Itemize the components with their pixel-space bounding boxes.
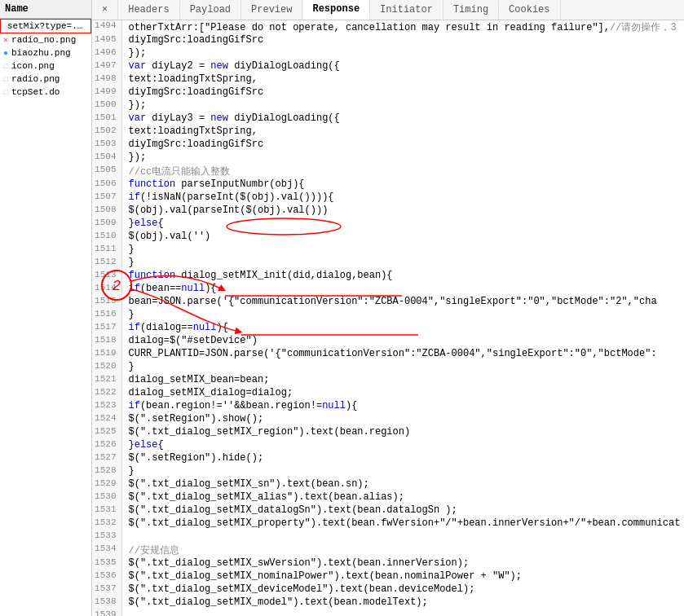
line-number: 1531 [92,504,121,517]
code-line: $(obj).val('') [121,231,684,244]
code-line: diyImgSrc:loadingGifSrc [121,139,684,152]
code-line: diyImgSrc:loadingGifSrc [121,86,684,99]
line-number: 1520 [92,361,121,374]
table-row: 1514 if(bean==null){ [92,283,684,296]
sidebar-item-icon: ● [3,49,8,58]
code-line: otherTxtArr:["Please do not operate, can… [121,20,684,34]
line-number: 1503 [92,139,121,152]
table-row: 1529 $(".txt_dialog_setMIX_sn").text(bea… [92,478,684,491]
code-line: $(obj).val(parseInt($(obj).val())) [121,205,684,218]
sidebar-item-label: radio.png [11,74,60,84]
code-line: }); [121,152,684,165]
line-number: 1522 [92,387,121,400]
table-row: 1512} [92,257,684,270]
table-row: 1516 } [92,309,684,322]
code-line: }); [121,99,684,112]
code-line: if(bean.region!=''&&bean.region!=null){ [121,400,684,413]
code-line: $(".txt_dialog_setMIX_nominalPower").tex… [121,570,684,583]
code-line: } [121,465,684,478]
tab-initiator[interactable]: Initiator [370,1,443,19]
sidebar-item-label: tcpSet.do [11,87,60,97]
code-line: if(!isNaN(parseInt($(obj).val()))){ [121,191,684,205]
table-row: 1506function parseInputNumbr(obj){ [92,178,684,191]
line-number: 1515 [92,296,121,309]
line-number: 1504 [92,152,121,165]
code-line: $(".setRegion").show(); [121,413,684,426]
code-line: $(".txt_dialog_setMIX_alias").text(bean.… [121,491,684,504]
line-number: 1509 [92,218,121,231]
table-row: 1528 } [92,465,684,478]
line-number: 1518 [92,335,121,348]
line-number: 1499 [92,86,121,99]
code-line: dialog_setMIX_dialog=dialog; [121,387,684,400]
table-row: 1524 $(".setRegion").show(); [92,413,684,426]
tab-timing[interactable]: Timing [443,1,499,19]
tab-preview[interactable]: Preview [241,1,302,19]
code-line: }else{ [121,218,684,231]
code-line: if(bean==null){ [121,283,684,296]
line-number: 1539 [92,609,121,616]
line-number: 1501 [92,112,121,125]
tab-[interactable]: × [92,1,118,19]
code-area[interactable]: 1494 otherTxtArr:["Please do not operate… [92,20,684,616]
sidebar-item[interactable]: ✕radio_no.png [0,33,91,46]
sidebar-item[interactable]: ●biaozhu.png [0,46,91,59]
line-number: 1530 [92,491,121,504]
code-line: $(".txt_dialog_setMIX_property").text(be… [121,517,684,530]
code-line: } [121,257,684,270]
table-row: 1534 //安规信息 [92,543,684,557]
sidebar-item-icon: ✕ [3,35,8,45]
code-table: 1494 otherTxtArr:["Please do not operate… [92,20,684,616]
sidebar: Name setMix?type=...✕radio_no.png●biaozh… [0,0,92,616]
table-row: 1497var diyLay2 = new diyDialogLoading({ [92,60,684,73]
code-line: $(".txt_dialog_setMIX_model").text(bean.… [121,596,684,609]
code-line: $(".txt_dialog_setMIX_deviceModel").text… [121,583,684,596]
sidebar-item[interactable]: □radio.png [0,73,91,86]
code-line: }else{ [121,439,684,452]
line-number: 1528 [92,465,121,478]
sidebar-item-label: icon.png [11,61,55,71]
code-line: } [121,309,684,322]
table-row: 1535 $(".txt_dialog_setMIX_swVersion").t… [92,557,684,570]
code-line: //cc电流只能输入整数 [121,165,684,178]
table-row: 1527 $(".setRegion").hide(); [92,452,684,465]
line-number: 1508 [92,205,121,218]
main-panel: ×HeadersPayloadPreviewResponseInitiatorT… [92,0,684,616]
sidebar-item[interactable]: □tcpSet.do [0,86,91,99]
sidebar-item[interactable]: □icon.png [0,59,91,73]
sidebar-header: Name [0,0,91,19]
code-line: diyImgSrc:loadingGifSrc [121,34,684,47]
line-number: 1495 [92,34,121,47]
sidebar-item[interactable]: setMix?type=... [0,19,91,33]
code-line: function dialog_setMIX_init(did,dialog,b… [121,270,684,283]
table-row: 1532 $(".txt_dialog_setMIX_property").te… [92,517,684,530]
tab-payload[interactable]: Payload [180,1,241,19]
tab-cookies[interactable]: Cookies [499,1,560,19]
tab-response[interactable]: Response [302,0,370,20]
sidebar-item-icon: □ [3,75,8,84]
line-number: 1510 [92,231,121,244]
table-row: 1503 diyImgSrc:loadingGifSrc [92,139,684,152]
code-line: if(dialog==null){ [121,322,684,335]
code-line: dialog_setMIX_bean=bean; [121,374,684,387]
code-line: $(".txt_dialog_setMIX_sn").text(bean.sn)… [121,478,684,491]
table-row: 1525 $(".txt_dialog_setMIX_region").text… [92,426,684,439]
tab-headers[interactable]: Headers [118,1,179,19]
table-row: 1531 $(".txt_dialog_setMIX_datalogSn").t… [92,504,684,517]
line-number: 1525 [92,426,121,439]
line-number: 1533 [92,530,121,543]
table-row: 1505//cc电流只能输入整数 [92,165,684,178]
table-row: 1526 }else{ [92,439,684,452]
table-row: 1533 [92,530,684,543]
tab-bar: ×HeadersPayloadPreviewResponseInitiatorT… [92,0,684,20]
table-row: 1517 if(dialog==null){ [92,322,684,335]
line-number: 1498 [92,73,121,86]
table-row: 1507 if(!isNaN(parseInt($(obj).val()))){ [92,191,684,205]
code-line: $(".setRegion").hide(); [121,452,684,465]
table-row: 1511 } [92,244,684,257]
line-number: 1529 [92,478,121,491]
code-line: }); [121,47,684,60]
code-line [121,530,684,543]
line-number: 1513 [92,270,121,283]
table-row: 1495 diyImgSrc:loadingGifSrc [92,34,684,47]
